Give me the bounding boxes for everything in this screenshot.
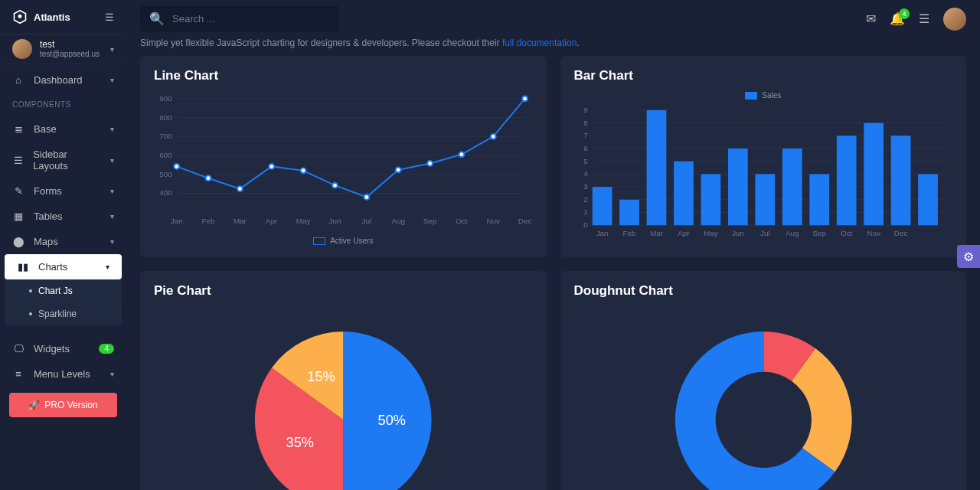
chevron-down-icon: ▾ [106, 263, 109, 271]
svg-text:Oct: Oct [456, 217, 468, 225]
svg-point-29 [301, 168, 306, 173]
svg-text:400: 400 [159, 188, 172, 197]
envelope-icon[interactable]: ✉ [866, 11, 876, 26]
svg-text:Feb: Feb [622, 229, 636, 237]
sidebar-item-sidebar-layouts[interactable]: ☰Sidebar Layouts▾ [0, 142, 126, 178]
svg-rect-75 [755, 174, 775, 225]
chart-bar-icon: ▮▮ [17, 261, 29, 273]
svg-text:0: 0 [583, 220, 588, 229]
card-line-chart: Line Chart 400500600700800900 JanFebMarA… [140, 56, 547, 257]
pie-chart-title: Pie Chart [154, 283, 533, 299]
svg-point-35 [491, 134, 496, 139]
svg-text:Jun: Jun [731, 229, 743, 237]
hamburger-icon[interactable]: ☰ [105, 11, 114, 23]
search-input[interactable]: 🔍 Search ... [140, 6, 339, 31]
svg-point-0 [18, 15, 21, 18]
svg-rect-76 [782, 149, 802, 225]
line-chart-title: Line Chart [154, 68, 533, 83]
sidebar-item-maps[interactable]: ⬤Maps▾ [0, 229, 126, 254]
pro-version-button[interactable]: 🚀PRO Version [9, 393, 117, 417]
sidebar-user[interactable]: test test@appseed.us ▾ [0, 34, 126, 64]
svg-point-30 [332, 183, 338, 188]
svg-text:9: 9 [583, 106, 588, 114]
sidebar-subitem-chartjs[interactable]: Chart Js [5, 279, 122, 302]
svg-point-36 [522, 96, 528, 101]
svg-point-28 [269, 164, 274, 169]
svg-text:800: 800 [159, 113, 172, 122]
sidebar-item-menu-levels[interactable]: ≡Menu Levels▾ [0, 361, 126, 387]
svg-rect-73 [701, 174, 720, 225]
svg-point-27 [237, 186, 243, 191]
svg-text:600: 600 [159, 151, 172, 159]
search-icon: 🔍 [149, 11, 165, 26]
chevron-down-icon: ▾ [110, 370, 114, 378]
sidebar-item-dashboard[interactable]: ⌂Dashboard▾ [0, 67, 126, 93]
svg-rect-81 [918, 174, 938, 225]
sidebar-item-charts[interactable]: ▮▮Charts▾ [5, 254, 122, 279]
avatar [12, 39, 32, 59]
settings-knob-button[interactable]: ⚙ [957, 245, 980, 268]
doughnut-chart [574, 306, 953, 490]
svg-text:50%: 50% [378, 413, 406, 428]
topbar: 🔍 Search ... ✉ 🔔 4 ☰ [126, 0, 980, 38]
user-name: test [40, 40, 100, 50]
sidebar-item-tables[interactable]: ▦Tables▾ [0, 204, 126, 229]
svg-text:900: 900 [159, 94, 172, 103]
svg-point-33 [427, 161, 433, 166]
sidebar-subitem-sparkline[interactable]: Sparkline [5, 302, 122, 325]
sidebar-item-base[interactable]: ≣Base▾ [0, 116, 126, 142]
bar-legend: Sales [745, 91, 781, 100]
svg-text:700: 700 [159, 132, 172, 140]
svg-text:Jul: Jul [760, 229, 769, 237]
card-pie-chart: Pie Chart 50%35%15% New Visitors Subscri… [140, 271, 547, 490]
svg-text:Jun: Jun [329, 217, 341, 225]
svg-text:7: 7 [583, 131, 588, 139]
svg-text:500: 500 [159, 170, 172, 178]
svg-text:Mar: Mar [234, 217, 247, 225]
line-legend: Active Users [313, 237, 373, 245]
sidebar-item-widgets[interactable]: 🖵Widgets4 [0, 336, 126, 361]
svg-rect-79 [864, 123, 884, 226]
search-placeholder: Search ... [172, 13, 215, 24]
topbar-avatar[interactable] [943, 8, 966, 31]
layers-icon[interactable]: ☰ [919, 11, 929, 26]
edit-icon: ✎ [12, 185, 24, 197]
svg-text:Nov: Nov [486, 217, 500, 225]
full-documentation-link[interactable]: full documentation [502, 38, 577, 48]
brand-logo-icon [12, 9, 28, 24]
bar-chart-title: Bar Chart [574, 68, 953, 83]
chevron-down-icon: ▾ [110, 237, 114, 246]
layers-icon: ≣ [12, 123, 24, 135]
svg-point-34 [459, 152, 464, 157]
widgets-badge: 4 [99, 344, 114, 354]
chevron-down-icon: ▾ [110, 45, 114, 54]
svg-text:2: 2 [583, 195, 588, 204]
sidebar-item-forms[interactable]: ✎Forms▾ [0, 178, 126, 204]
svg-text:5: 5 [583, 157, 588, 165]
chevron-down-icon: ▾ [110, 156, 114, 165]
svg-text:Apr: Apr [266, 217, 278, 225]
th-list-icon: ☰ [12, 155, 24, 166]
chevron-down-icon: ▾ [110, 125, 114, 133]
gear-icon: ⚙ [963, 250, 974, 264]
rocket-icon: 🚀 [28, 400, 40, 410]
pie-chart: 50%35%15% [154, 306, 533, 490]
svg-text:May: May [704, 229, 718, 237]
svg-rect-70 [619, 200, 639, 225]
svg-point-32 [396, 167, 401, 172]
svg-text:4: 4 [583, 169, 588, 178]
svg-text:May: May [296, 217, 311, 225]
desktop-icon: 🖵 [12, 343, 24, 354]
map-marker-icon: ⬤ [12, 236, 24, 247]
doughnut-chart-title: Doughnut Chart [574, 283, 953, 299]
svg-rect-77 [809, 174, 829, 225]
notif-badge: 4 [899, 8, 910, 19]
svg-text:15%: 15% [307, 369, 335, 384]
svg-text:Mar: Mar [649, 229, 663, 237]
card-doughnut-chart: Doughnut Chart Red Yellow Blue [560, 271, 967, 490]
svg-text:Dec: Dec [893, 229, 907, 237]
svg-text:Apr: Apr [678, 229, 690, 237]
user-email: test@appseed.us [40, 50, 100, 58]
notifications-button[interactable]: 🔔 4 [890, 11, 905, 26]
intro-text: Simple yet flexible JavaScript charting … [140, 38, 966, 48]
